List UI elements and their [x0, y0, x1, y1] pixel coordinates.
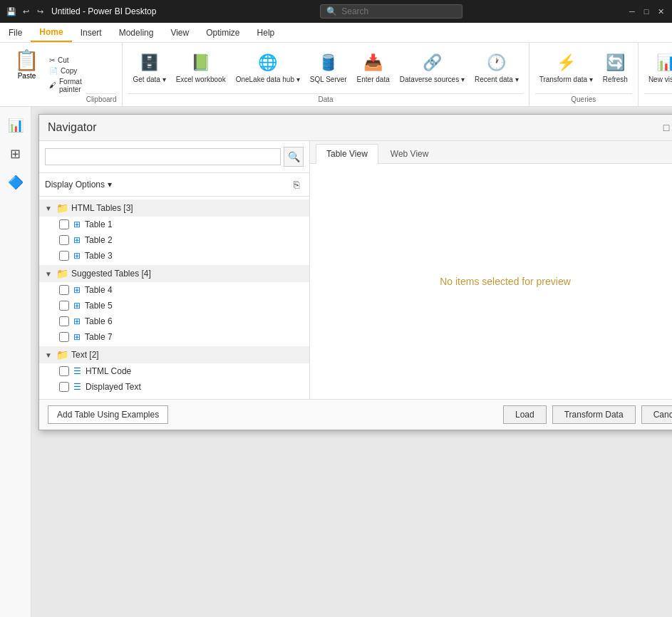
navigator-maximize-icon[interactable]: □: [659, 120, 672, 135]
undo-icon[interactable]: ↩: [20, 6, 31, 17]
load-button[interactable]: Load: [503, 405, 547, 424]
table1-checkbox[interactable]: [59, 219, 69, 229]
transform-data-button[interactable]: ⚡ Transform data ▾: [535, 48, 597, 87]
menu-insert[interactable]: Insert: [72, 23, 110, 42]
collapse-arrow-text: ▼: [45, 351, 53, 359]
html-code-checkbox[interactable]: [59, 366, 69, 376]
clipboard-label: Clipboard: [86, 93, 117, 103]
folder-icon-suggested: 📁: [56, 268, 68, 279]
cancel-button[interactable]: Cancel: [641, 405, 672, 424]
navigator-search-button[interactable]: 🔍: [284, 147, 304, 167]
enter-data-icon: 📥: [362, 51, 385, 74]
table-icon-6: ⊞: [73, 316, 81, 326]
table7-label: Table 7: [85, 332, 113, 342]
get-data-icon: 🗄️: [138, 51, 161, 74]
close-icon[interactable]: ✕: [655, 6, 666, 17]
sidebar-table-icon[interactable]: ⊞: [3, 141, 29, 167]
sidebar-model-icon[interactable]: 🔷: [3, 170, 29, 195]
app-title: Untitled - Power BI Desktop: [51, 6, 156, 16]
displayed-text-label: Displayed Text: [86, 382, 141, 392]
minimize-icon[interactable]: ─: [626, 6, 638, 17]
table1-label: Table 1: [85, 219, 113, 229]
table-icon-2: ⊞: [73, 235, 81, 245]
add-table-button[interactable]: Add Table Using Examples: [48, 405, 168, 424]
search-icon: 🔍: [326, 6, 337, 16]
title-search[interactable]: 🔍: [320, 4, 462, 19]
text-icon-displayed: ☰: [73, 382, 81, 392]
displayed-text-checkbox[interactable]: [59, 382, 69, 392]
tab-table-view[interactable]: Table View: [316, 144, 378, 164]
excel-workbook-button[interactable]: 📗 Excel workbook: [172, 48, 230, 87]
no-items-text: No items selected for preview: [440, 276, 571, 287]
list-item: ⊞ Table 6: [39, 313, 309, 329]
tree-group-html-tables-header[interactable]: ▼ 📁 HTML Tables [3]: [39, 199, 309, 217]
sql-server-button[interactable]: 🛢️ SQL Server: [306, 48, 351, 87]
list-item: ☰ HTML Code: [39, 363, 309, 379]
onelake-icon: 🌐: [257, 51, 279, 74]
html-code-label: HTML Code: [86, 366, 131, 376]
transform-data-button[interactable]: Transform Data: [552, 405, 636, 424]
navigator-body: 🔍 Display Options ▾ ⎘ ▼: [39, 141, 672, 399]
table2-checkbox[interactable]: [59, 235, 69, 245]
menu-modeling[interactable]: Modeling: [110, 23, 162, 42]
insert-section-label: Insert: [644, 93, 672, 103]
cut-button[interactable]: ✂ Cut: [46, 56, 85, 65]
queries-section-label: Queries: [535, 93, 632, 103]
table7-checkbox[interactable]: [59, 332, 69, 342]
get-data-button[interactable]: 🗄️ Get data ▾: [128, 48, 170, 87]
refresh-label: Refresh: [603, 76, 628, 84]
list-item: ☰ Displayed Text: [39, 379, 309, 395]
menu-file[interactable]: File: [0, 23, 31, 42]
refresh-button[interactable]: 🔄 Refresh: [599, 48, 632, 87]
format-painter-icon: 🖌: [49, 81, 56, 89]
recent-data-button[interactable]: 🕐 Recent data ▾: [470, 48, 523, 87]
text-group-label: Text [2]: [71, 350, 99, 360]
list-item: ⊞ Table 4: [39, 282, 309, 298]
copy-button[interactable]: 📄 Copy: [46, 66, 85, 76]
table5-checkbox[interactable]: [59, 301, 69, 311]
copy-label: Copy: [61, 67, 77, 75]
table2-label: Table 2: [85, 235, 113, 245]
text-icon-html: ☰: [73, 366, 81, 376]
format-painter-button[interactable]: 🖌 Format painter: [46, 77, 85, 94]
tab-web-view[interactable]: Web View: [380, 144, 440, 163]
tree-group-text-header[interactable]: ▼ 📁 Text [2]: [39, 346, 309, 363]
list-item: ⊞ Table 7: [39, 329, 309, 345]
navigator-tree: ▼ 📁 HTML Tables [3] ⊞ Table 1 ⊞ T: [39, 197, 309, 399]
save-icon[interactable]: 💾: [6, 6, 17, 17]
data-section-label: Data: [128, 93, 522, 103]
menu-home[interactable]: Home: [31, 23, 71, 42]
table-icon-3: ⊞: [73, 251, 81, 261]
table4-label: Table 4: [85, 285, 113, 295]
dataverse-button[interactable]: 🔗 Dataverse sources ▾: [396, 48, 469, 87]
navigator-preview-area: No items selected for preview: [310, 164, 672, 399]
suggested-tables-label: Suggested Tables [4]: [71, 269, 151, 279]
enter-data-button[interactable]: 📥 Enter data: [353, 48, 394, 87]
onelake-label: OneLake data hub ▾: [236, 76, 300, 84]
table6-checkbox[interactable]: [59, 316, 69, 326]
transform-icon: ⚡: [554, 51, 577, 74]
list-item: ⊞ Table 1: [39, 217, 309, 232]
search-input[interactable]: [341, 6, 448, 16]
menu-help[interactable]: Help: [249, 23, 284, 42]
navigator-bottom-bar: Add Table Using Examples Load Transform …: [39, 399, 672, 430]
navigator-search-input[interactable]: [45, 148, 281, 165]
onelake-button[interactable]: 🌐 OneLake data hub ▾: [232, 48, 304, 87]
table-icon-1: ⊞: [73, 219, 81, 229]
new-visual-label: New visual: [648, 76, 672, 84]
redo-icon[interactable]: ↪: [34, 6, 46, 17]
maximize-icon[interactable]: □: [641, 6, 652, 17]
navigator-tabs: Table View Web View: [310, 141, 672, 164]
table4-checkbox[interactable]: [59, 285, 69, 295]
sidebar-report-icon[interactable]: 📊: [3, 113, 29, 138]
paste-button[interactable]: 📋 Paste: [9, 46, 45, 103]
new-visual-button[interactable]: 📊 New visual: [644, 48, 672, 87]
table5-label: Table 5: [85, 301, 113, 311]
menu-view[interactable]: View: [162, 23, 197, 42]
navigator-export-icon[interactable]: ⎘: [289, 177, 304, 192]
navigator-dialog: Navigator □ ✕ 🔍 Display Options ▾: [38, 114, 672, 430]
menu-optimize[interactable]: Optimize: [197, 23, 248, 42]
table3-checkbox[interactable]: [59, 251, 69, 261]
display-options-button[interactable]: Display Options ▾: [45, 180, 112, 190]
tree-group-suggested-tables-header[interactable]: ▼ 📁 Suggested Tables [4]: [39, 265, 309, 282]
